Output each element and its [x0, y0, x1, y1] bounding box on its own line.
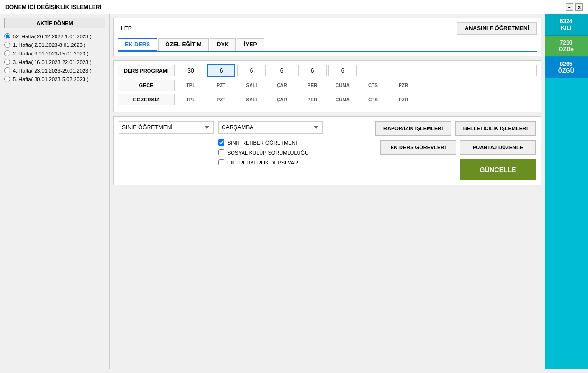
egz-car-header: ÇAR [268, 95, 296, 104]
ders-cuma-input[interactable] [328, 65, 357, 76]
title-controls: − ✕ [566, 3, 583, 11]
week-radio-item[interactable]: 4. Hafta( 23.01.2023-29.01.2023 ) [4, 67, 105, 73]
action-col: RAPOR/İZİN İŞLEMLERİ BELLETİCİLİK İŞLEML… [327, 121, 536, 180]
close-button[interactable]: ✕ [575, 3, 583, 11]
action-buttons-top: RAPOR/İZİN İŞLEMLERİ BELLETİCİLİK İŞLEML… [327, 121, 536, 136]
ders-sali-input[interactable] [237, 65, 266, 76]
guncelle-wrapper: GÜNCELLE [327, 159, 536, 180]
rapor-izin-button[interactable]: RAPOR/İZİN İŞLEMLERİ [375, 121, 451, 136]
right-btn-1-line1: 6324 [548, 18, 585, 25]
week-radio-w52[interactable] [4, 33, 10, 39]
gece-pzr-header: PZR [389, 81, 418, 90]
puantaj-button[interactable]: PUANTAJ DÜZENLE [460, 140, 536, 155]
window-title: DÖNEM İÇİ DEĞİŞİKLİK İŞLEMLERİ [5, 4, 102, 10]
ders-programi-label: DERS PROGRAMI [118, 65, 175, 76]
week-radio-item[interactable]: 5. Hafta( 30.01.2023-5.02.2023 ) [4, 76, 105, 82]
ders-pzt-input[interactable] [207, 64, 235, 77]
right-btn-2-line2: ÖZDe [548, 46, 585, 53]
ders-per-input[interactable] [298, 65, 327, 76]
sinif-dropdown-col: SINIF ÖĞRETMENİ BRANŞ ÖĞRETMENİ [119, 121, 214, 180]
egz-pzt-header: PZT [207, 95, 235, 104]
ders-programi-row: DERS PROGRAMI [118, 64, 537, 77]
guncelle-button[interactable]: GÜNCELLE [460, 159, 536, 180]
gece-cuma-header: CUMA [328, 81, 357, 90]
week-radio-label-w5: 5. Hafta( 30.01.2023-5.02.2023 ) [13, 76, 89, 82]
sinif-select[interactable]: SINIF ÖĞRETMENİ BRANŞ ÖĞRETMENİ [119, 121, 214, 134]
week-radio-item[interactable]: 3. Hafta( 16.01.2023-22.01.2023 ) [4, 59, 105, 65]
tab-ozel_egitim[interactable]: ÖZEL EĞİTİM [158, 38, 208, 51]
main-window: DÖNEM İÇİ DEĞİŞİKLİK İŞLEMLERİ − ✕ AKTİF… [0, 0, 588, 373]
week-radio-label-w3: 3. Hafta( 16.01.2023-22.01.2023 ) [13, 59, 92, 65]
gece-row: GECE TPL PZT SALI ÇAR PER CUMA CTS PZR [118, 80, 537, 91]
egz-pzr-header: PZR [389, 95, 418, 104]
ek-ders-gorevleri-button[interactable]: EK DERS GÖREVLERİ [380, 140, 456, 155]
gece-label: GECE [118, 80, 175, 91]
week-radio-label-w1: 1. Hafta( 2.01.2023-8.01.2023 ) [13, 42, 86, 48]
ders-car-input[interactable] [268, 65, 296, 76]
egz-tpl-header: TPL [177, 95, 205, 104]
egz-cts-header: CTS [359, 95, 387, 104]
tabs-container: EK DERSÖZEL EĞİTİMDYKİYEP [118, 38, 537, 52]
gece-sali-header: SALI [237, 81, 266, 90]
right-btn-2[interactable]: 7210 ÖZDe [545, 36, 588, 57]
action-buttons-mid: EK DERS GÖREVLERİ PUANTAJ DÜZENLE [327, 140, 536, 155]
egz-per-header: PER [298, 95, 327, 104]
header-row: ANASINI F ÖĞRETMENİ [118, 22, 537, 35]
gece-cts-header: CTS [359, 81, 387, 90]
week-radio-label-w2: 2. Hafta( 9.01.2023-15.01.2023 ) [13, 51, 89, 56]
teacher-input[interactable] [118, 23, 453, 34]
fiili-rehberlik-checkbox-item: FİİLİ REHBERLİK DERSİ VAR [218, 159, 323, 165]
tab-iyep[interactable]: İYEP [237, 38, 264, 51]
tab-ek_ders[interactable]: EK DERS [118, 38, 157, 51]
sinif-rehber-label: SINIF REHBER ÖĞRETMENİ [227, 140, 297, 146]
gece-tpl-header: TPL [177, 81, 205, 90]
schedule-section: DERS PROGRAMI GECE TPL PZT SALI ÇAR [113, 60, 541, 112]
sosyal-kulup-checkbox[interactable] [218, 149, 224, 155]
right-btn-2-line1: 7210 [548, 39, 585, 46]
right-btn-3[interactable]: 8265 ÖZGÜ [545, 57, 588, 78]
gece-car-header: ÇAR [268, 81, 296, 90]
sinif-rehber-checkbox-item: SINIF REHBER ÖĞRETMENİ [218, 139, 323, 146]
fiili-rehberlik-checkbox[interactable] [218, 159, 224, 165]
week-radio-w1[interactable] [4, 42, 10, 48]
egz-cuma-header: CUMA [328, 95, 357, 104]
gece-per-header: PER [298, 81, 327, 90]
bottom-section: SINIF ÖĞRETMENİ BRANŞ ÖĞRETMENİ PAZARTES… [113, 116, 541, 185]
sosyal-kulup-checkbox-item: SOSYAL KULUP SORUMLULUĞU [218, 149, 323, 155]
aktif-donem-label: AKTİF DÖNEM [4, 18, 105, 28]
fiili-rehberlik-label: FİİLİ REHBERLİK DERSİ VAR [227, 160, 298, 165]
right-panel: ANASINI F ÖĞRETMENİ EK DERSÖZEL EĞİTİMDY… [110, 14, 545, 369]
checklist-col: PAZARTESİ SALI ÇARŞAMBA PERŞEMBE CUMA CU… [218, 121, 323, 180]
tab-dyk[interactable]: DYK [210, 38, 236, 51]
right-sidebar: 6324 KILl 7210 ÖZDe 8265 ÖZGÜ [545, 14, 588, 369]
gece-pzt-header: PZT [207, 81, 235, 90]
right-btn-1[interactable]: 6324 KILl [545, 14, 588, 36]
egzersiz-row: EGZERSİZ TPL PZT SALI ÇAR PER CUMA CTS P… [118, 94, 537, 105]
anasınif-button[interactable]: ANASINI F ÖĞRETMENİ [457, 22, 537, 35]
week-radio-group: 52. Hafta( 26.12.2022-1.01.2023 )1. Haft… [4, 33, 105, 82]
week-radio-w3[interactable] [4, 59, 10, 65]
ders-extra-input[interactable] [359, 65, 537, 76]
gun-dropdown-wrapper: PAZARTESİ SALI ÇARŞAMBA PERŞEMBE CUMA CU… [218, 121, 323, 134]
week-radio-item[interactable]: 2. Hafta( 9.01.2023-15.01.2023 ) [4, 50, 105, 56]
gun-select[interactable]: PAZARTESİ SALI ÇARŞAMBA PERŞEMBE CUMA CU… [218, 121, 323, 134]
right-btn-3-line1: 8265 [548, 61, 585, 67]
week-radio-label-w4: 4. Hafta( 23.01.2023-29.01.2023 ) [13, 68, 92, 73]
title-bar: DÖNEM İÇİ DEĞİŞİKLİK İŞLEMLERİ − ✕ [0, 0, 588, 14]
week-radio-item[interactable]: 1. Hafta( 2.01.2023-8.01.2023 ) [4, 42, 105, 48]
right-btn-3-line2: ÖZGÜ [548, 67, 585, 74]
belleticilik-button[interactable]: BELLETİCİLİK İŞLEMLERİ [455, 121, 536, 136]
egz-sali-header: SALI [237, 95, 266, 104]
week-radio-label-w52: 52. Hafta( 26.12.2022-1.01.2023 ) [13, 34, 92, 39]
minimize-button[interactable]: − [566, 3, 573, 11]
week-radio-w5[interactable] [4, 76, 10, 82]
top-section: ANASINI F ÖĞRETMENİ EK DERSÖZEL EĞİTİMDY… [113, 18, 541, 56]
week-radio-w2[interactable] [4, 50, 10, 56]
ders-tpl-input[interactable] [177, 65, 205, 76]
sinif-rehber-checkbox[interactable] [218, 139, 224, 146]
week-radio-w4[interactable] [4, 67, 10, 73]
sosyal-kulup-label: SOSYAL KULUP SORUMLULUĞU [227, 150, 308, 155]
week-radio-item[interactable]: 52. Hafta( 26.12.2022-1.01.2023 ) [4, 33, 105, 39]
egzersiz-label: EGZERSİZ [118, 94, 175, 105]
main-layout: AKTİF DÖNEM 52. Hafta( 26.12.2022-1.01.2… [0, 14, 588, 369]
